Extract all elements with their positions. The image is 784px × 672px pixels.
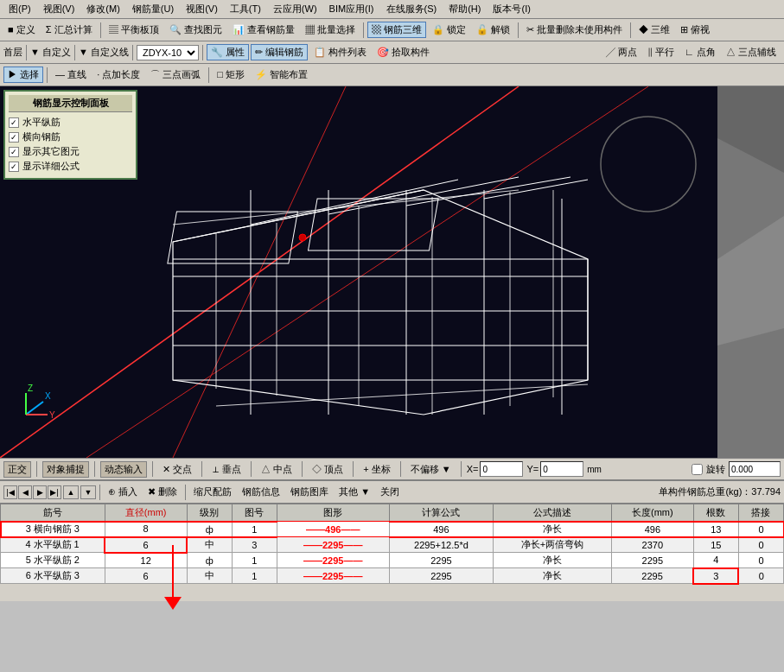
btn-midpoint[interactable]: △ 中点 bbox=[257, 461, 296, 478]
th-id: 筋号 bbox=[1, 504, 105, 522]
menu-yunyingyong[interactable]: 云应用(W) bbox=[268, 1, 322, 17]
btn-view-rebar[interactable]: 📊 查看钢筋量 bbox=[228, 22, 299, 38]
btn-vertex[interactable]: ◇ 顶点 bbox=[308, 461, 347, 478]
btn-select[interactable]: ▶ 选择 bbox=[3, 67, 43, 83]
x-input[interactable] bbox=[480, 461, 523, 477]
btn-scale[interactable]: 缩尺配筋 bbox=[189, 484, 236, 500]
menu-version[interactable]: 版本号(I) bbox=[488, 1, 535, 17]
btn-nav-start[interactable]: |◀ bbox=[3, 485, 17, 499]
cell-formula: 2295 bbox=[389, 553, 493, 568]
btn-nav-prev[interactable]: ◀ bbox=[18, 485, 32, 499]
btn-nav-next[interactable]: ▶ bbox=[33, 485, 47, 499]
btn-calc[interactable]: Σ 汇总计算 bbox=[41, 22, 97, 38]
layer-label: 首层 bbox=[3, 46, 22, 59]
menu-gongju[interactable]: 工具(T) bbox=[225, 1, 266, 17]
cell-shape: ——2295—— bbox=[277, 537, 389, 553]
btn-find[interactable]: 🔍 查找图元 bbox=[165, 22, 226, 38]
btn-nav-down[interactable]: ▼ bbox=[80, 485, 96, 499]
sep7 bbox=[132, 45, 133, 60]
btn-close[interactable]: 关闭 bbox=[376, 484, 404, 500]
menu-shitu[interactable]: 视图(V) bbox=[38, 1, 80, 17]
btn-component-list[interactable]: 📋 构件列表 bbox=[309, 44, 371, 60]
btn-rect[interactable]: □ 矩形 bbox=[213, 67, 249, 83]
btn-nav-up[interactable]: ▲ bbox=[63, 485, 79, 499]
btn-batch-select[interactable]: ▦ 批量选择 bbox=[301, 22, 360, 38]
btn-two-points[interactable]: ╱ 两点 bbox=[602, 44, 641, 60]
btn-delete[interactable]: ✖ 删除 bbox=[143, 484, 182, 500]
rebar-table: 筋号 直径(mm) 级别 图号 图形 计算公式 公式描述 长度(mm) 根数 搭… bbox=[0, 504, 784, 585]
svg-text:Z: Z bbox=[28, 384, 33, 393]
rotate-input[interactable] bbox=[729, 461, 781, 477]
rotate-checkbox[interactable] bbox=[692, 464, 703, 475]
panel-item-transverse[interactable]: ✓ 横向钢筋 bbox=[9, 130, 132, 143]
panel-item-horizontal[interactable]: ✓ 水平纵筋 bbox=[9, 116, 132, 129]
btn-parallel[interactable]: ∥ 平行 bbox=[643, 44, 679, 60]
menu-xiugai[interactable]: 修改(M) bbox=[81, 1, 125, 17]
btn-snap[interactable]: 对象捕捉 bbox=[42, 461, 89, 478]
btn-angle[interactable]: ∟ 点角 bbox=[680, 44, 720, 60]
coord-x: X= bbox=[467, 461, 524, 477]
checkbox-formula[interactable]: ✓ bbox=[9, 162, 19, 172]
btn-unlock[interactable]: 🔓 解锁 bbox=[472, 22, 514, 38]
btn-edit-rebar[interactable]: ✏ 编辑钢筋 bbox=[251, 44, 308, 60]
table-row[interactable]: 4 水平纵筋 1 6 中 3 ——2295—— 2295+12.5*d 净长+两… bbox=[1, 537, 784, 553]
btn-three-point-aux[interactable]: △ 三点辅线 bbox=[722, 44, 781, 60]
btn-no-offset[interactable]: 不偏移 ▼ bbox=[406, 461, 456, 478]
table-row[interactable]: 6 水平纵筋 3 6 中 1 ——2295—— 2295 净长 2295 3 0 bbox=[1, 568, 784, 584]
btn-other[interactable]: 其他 ▼ bbox=[335, 484, 374, 500]
menu-gangjinliang[interactable]: 钢筋量(U) bbox=[127, 1, 179, 17]
status-bar: 正交 对象捕捉 动态输入 ✕ 交点 ⊥ 垂点 △ 中点 ◇ 顶点 + 坐标 不偏… bbox=[0, 458, 784, 480]
th-splice: 搭接 bbox=[738, 504, 783, 522]
btn-line[interactable]: — 直线 bbox=[51, 67, 91, 83]
btn-define[interactable]: ■ 定义 bbox=[3, 22, 40, 38]
btn-batch-delete[interactable]: ✂ 批量删除未使用构件 bbox=[522, 22, 627, 38]
sep15 bbox=[251, 461, 252, 477]
menu-online[interactable]: 在线服务(S) bbox=[381, 1, 443, 17]
btn-nav-end[interactable]: ▶| bbox=[48, 485, 61, 499]
checkbox-horizontal[interactable]: ✓ bbox=[9, 117, 19, 128]
toolbar-2: 首层 ▼ 自定义 ▼ 自定义线 ZDYX-10 🔧 属性 ✏ 编辑钢筋 📋 构件… bbox=[0, 41, 784, 64]
cell-formula: 2295+12.5*d bbox=[389, 537, 493, 553]
btn-dynamic[interactable]: 动态输入 bbox=[100, 461, 147, 478]
btn-lock[interactable]: 🔒 锁定 bbox=[428, 22, 470, 38]
cell-diameter: 12 bbox=[105, 553, 187, 568]
menu-bim[interactable]: BIM应用(I) bbox=[324, 1, 379, 17]
btn-smart-layout[interactable]: ⚡ 智能布置 bbox=[251, 67, 312, 83]
btn-property[interactable]: 🔧 属性 bbox=[207, 44, 249, 60]
btn-coord[interactable]: + 坐标 bbox=[359, 461, 394, 478]
btn-insert[interactable]: ⊕ 插入 bbox=[104, 484, 142, 500]
code-dropdown[interactable]: ZDYX-10 bbox=[137, 45, 199, 60]
btn-perp[interactable]: ⊥ 垂点 bbox=[207, 461, 245, 478]
th-desc: 公式描述 bbox=[494, 504, 612, 522]
btn-intersection[interactable]: ✕ 交点 bbox=[158, 461, 196, 478]
panel-item-other[interactable]: ✓ 显示其它图元 bbox=[9, 145, 132, 158]
cell-diameter: 8 bbox=[105, 522, 187, 537]
btn-3d[interactable]: ◆ 三维 bbox=[634, 22, 674, 38]
table-row[interactable]: 3 横向钢筋 3 8 ф 1 ——496—— 496 净长 496 13 0 bbox=[1, 522, 784, 537]
cell-count: 4 bbox=[693, 553, 738, 568]
btn-top-view[interactable]: ⊞ 俯视 bbox=[676, 22, 714, 38]
rebar-display-panel: 钢筋显示控制面板 ✓ 水平纵筋 ✓ 横向钢筋 ✓ 显示其它图元 ✓ 显示详细公式 bbox=[3, 90, 137, 180]
menu-shitu2[interactable]: 视图(V) bbox=[181, 1, 223, 17]
y-input[interactable] bbox=[540, 461, 583, 477]
btn-rebar-info[interactable]: 钢筋信息 bbox=[238, 484, 284, 500]
cell-shape: ——496—— bbox=[277, 522, 389, 537]
btn-balance[interactable]: ▤ 平衡板顶 bbox=[105, 22, 163, 38]
menu-tuxing[interactable]: 图(P) bbox=[3, 1, 36, 17]
btn-pick-component[interactable]: 🎯 拾取构件 bbox=[373, 44, 434, 60]
btn-ortho[interactable]: 正交 bbox=[3, 461, 31, 478]
panel-item-formula[interactable]: ✓ 显示详细公式 bbox=[9, 160, 132, 173]
cell-grade: 中 bbox=[187, 568, 232, 584]
checkbox-transverse[interactable]: ✓ bbox=[9, 132, 19, 143]
label-transverse: 横向钢筋 bbox=[22, 130, 61, 143]
btn-rebar-lib[interactable]: 钢筋图库 bbox=[286, 484, 333, 500]
btn-point-length[interactable]: · 点加长度 bbox=[92, 67, 144, 83]
rebar-panel: |◀ ◀ ▶ ▶| ▲ ▼ ⊕ 插入 ✖ 删除 缩尺配筋 钢筋信息 钢筋图库 其… bbox=[0, 480, 784, 601]
custom-label: ▼ 自定义 bbox=[30, 46, 71, 59]
btn-3d-rebar[interactable]: ▩ 钢筋三维 bbox=[367, 22, 426, 38]
table-row[interactable]: 5 水平纵筋 2 12 ф 1 ——2295—— 2295 净长 2295 4 … bbox=[1, 553, 784, 568]
checkbox-other[interactable]: ✓ bbox=[9, 147, 19, 157]
btn-three-arc[interactable]: ⌒ 三点画弧 bbox=[146, 67, 205, 83]
menu-help[interactable]: 帮助(H) bbox=[443, 1, 486, 17]
cell-count: 3 bbox=[693, 568, 738, 584]
